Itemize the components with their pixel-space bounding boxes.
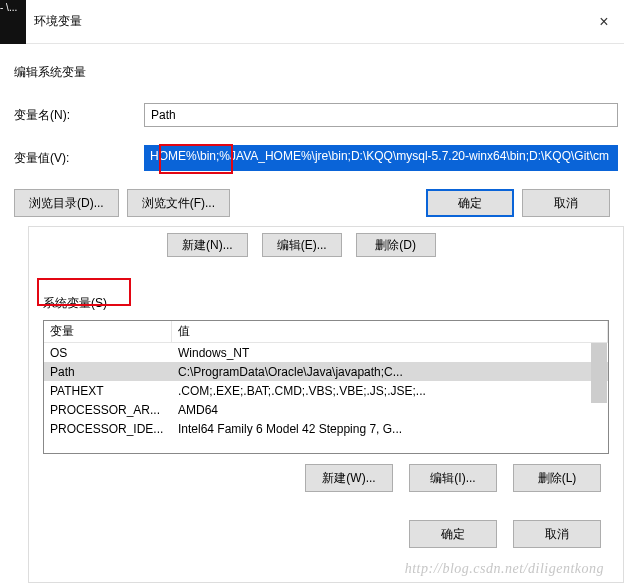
sys-delete-button[interactable]: 删除(L) [513, 464, 601, 492]
user-new-button[interactable]: 新建(N)... [167, 233, 248, 257]
cell-value: AMD64 [172, 403, 608, 417]
table-row[interactable]: PROCESSOR_IDE...Intel64 Family 6 Model 4… [44, 419, 608, 438]
table-row[interactable]: PATHEXT.COM;.EXE;.BAT;.CMD;.VBS;.VBE;.JS… [44, 381, 608, 400]
scrollbar-thumb[interactable] [591, 343, 607, 403]
table-header: 变量 值 [44, 321, 608, 343]
cell-variable: PROCESSOR_AR... [44, 403, 172, 417]
environment-variables-panel: 新建(N)... 编辑(E)... 删除(D) 系统变量(S) 变量 值 OSW… [28, 226, 624, 583]
parent-titlebar: 环境变量 × [26, 0, 624, 44]
sys-new-button[interactable]: 新建(W)... [305, 464, 393, 492]
variable-name-input[interactable] [144, 103, 618, 127]
system-variables-table[interactable]: 变量 值 OSWindows_NTPathC:\ProgramData\Orac… [43, 320, 609, 454]
header-value[interactable]: 值 [172, 321, 608, 342]
left-dark-strip: - \... [0, 0, 26, 44]
header-variable[interactable]: 变量 [44, 321, 172, 342]
parent-title: 环境变量 [34, 13, 584, 30]
edit-system-variable-dialog: 编辑系统变量 变量名(N): 变量值(V): HOME%\bin;%JAVA_H… [8, 52, 624, 217]
watermark: http://blog.csdn.net/diligentkong [405, 561, 604, 577]
cell-value: .COM;.EXE;.BAT;.CMD;.VBS;.VBE;.JS;.JSE;.… [172, 384, 608, 398]
user-delete-button[interactable]: 删除(D) [356, 233, 436, 257]
cell-variable: PROCESSOR_IDE... [44, 422, 172, 436]
variable-value-label: 变量值(V): [14, 150, 144, 167]
panel-cancel-button[interactable]: 取消 [513, 520, 601, 548]
table-row[interactable]: OSWindows_NT [44, 343, 608, 362]
table-row[interactable]: PathC:\ProgramData\Oracle\Java\javapath;… [44, 362, 608, 381]
edit-cancel-button[interactable]: 取消 [522, 189, 610, 217]
cell-variable: PATHEXT [44, 384, 172, 398]
browse-file-button[interactable]: 浏览文件(F)... [127, 189, 230, 217]
cell-value: Windows_NT [172, 346, 608, 360]
sys-edit-button[interactable]: 编辑(I)... [409, 464, 497, 492]
user-edit-button[interactable]: 编辑(E)... [262, 233, 342, 257]
cell-variable: OS [44, 346, 172, 360]
panel-ok-button[interactable]: 确定 [409, 520, 497, 548]
close-icon[interactable]: × [584, 13, 624, 31]
cell-value: C:\ProgramData\Oracle\Java\javapath;C... [172, 365, 608, 379]
edit-ok-button[interactable]: 确定 [426, 189, 514, 217]
browse-directory-button[interactable]: 浏览目录(D)... [14, 189, 119, 217]
cell-variable: Path [44, 365, 172, 379]
cell-value: Intel64 Family 6 Model 42 Stepping 7, G.… [172, 422, 608, 436]
edit-dialog-title: 编辑系统变量 [14, 64, 618, 81]
system-variables-label: 系统变量(S) [43, 295, 623, 312]
table-row[interactable]: PROCESSOR_AR...AMD64 [44, 400, 608, 419]
variable-name-label: 变量名(N): [14, 107, 144, 124]
variable-value-input[interactable]: HOME%\bin;%JAVA_HOME%\jre\bin;D:\KQQ\mys… [144, 145, 618, 171]
